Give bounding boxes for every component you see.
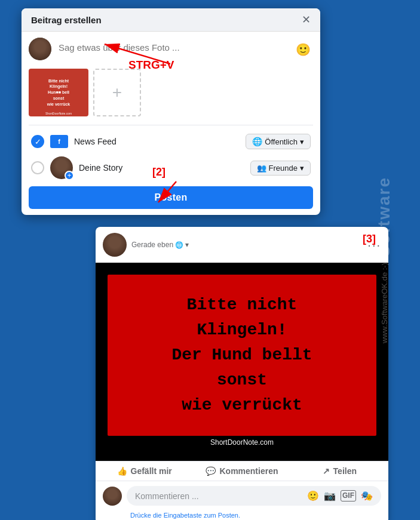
post-image-line2: Klingeln!: [119, 318, 364, 343]
post-actions: 👍 Gefällt mir 💬 Kommentieren ↗ Teilen: [96, 461, 388, 481]
user-avatar: [29, 38, 51, 60]
story-radio[interactable]: [31, 161, 44, 174]
news-feed-checkbox[interactable]: [31, 135, 44, 148]
comment-hint: Drücke die Eingabetaste zum Posten.: [96, 510, 388, 520]
post-header-left: Gerade eben 🌐 ▾: [103, 233, 189, 257]
post-text-input[interactable]: [56, 38, 313, 57]
post-image-content: Bitte nicht Klingeln! Der Hund bellt son…: [108, 275, 376, 436]
like-icon: 👍: [117, 466, 127, 476]
freunde-dropdown[interactable]: 👥 Freunde ▾: [250, 161, 311, 176]
comment-input-wrap[interactable]: Kommentieren ... 🙂 📷 GIF 🎭: [127, 486, 381, 506]
camera-comment-icon[interactable]: 📷: [324, 490, 336, 501]
post-header: Gerade eben 🌐 ▾ ···: [96, 227, 388, 263]
news-feed-row: f News Feed 🌐 Öffentlich ▾: [29, 130, 313, 153]
create-post-dialog: Beitrag erstellen ✕ 🙂 Bitte nichtKlingel…: [22, 8, 320, 215]
share-icon: ↗: [323, 466, 330, 476]
post-image-line1: Bitte nicht: [119, 293, 364, 318]
gif-comment-icon[interactable]: GIF: [341, 490, 356, 501]
add-more-button[interactable]: +: [93, 69, 141, 116]
globe-icon: 🌐: [252, 137, 262, 146]
emoji-comment-icon[interactable]: 🙂: [307, 490, 319, 501]
share-destinations: f News Feed 🌐 Öffentlich ▾ +: [29, 125, 313, 183]
image-preview-thumbnail: Bitte nichtKlingeln!Hun■■ bellsonstwie v…: [29, 69, 88, 116]
dropdown-icon[interactable]: ▾: [185, 241, 189, 249]
post-more-button[interactable]: ···: [367, 239, 381, 251]
post-image-line5: wie verrückt: [119, 393, 364, 418]
post-image-line4: sonst: [119, 368, 364, 393]
close-button[interactable]: ✕: [302, 14, 311, 25]
story-plus-icon: +: [65, 171, 74, 180]
sticker-comment-icon[interactable]: 🎭: [361, 490, 373, 501]
post-image-inner: Bitte nicht Klingeln! Der Hund bellt son…: [108, 275, 376, 449]
comment-avatar: [103, 487, 122, 506]
news-feed-left: f News Feed: [31, 135, 117, 148]
post-avatar: [103, 233, 127, 257]
post-image-line3: Der Hund bellt: [119, 343, 364, 368]
comment-icons: 🙂 📷 GIF 🎭: [307, 490, 373, 501]
dialog-body: 🙂 Bitte nichtKlingeln!Hun■■ bellsonstwie…: [22, 32, 320, 215]
image-preview-area: Bitte nichtKlingeln!Hun■■ bellsonstwie v…: [29, 66, 313, 119]
post-time: Gerade eben 🌐 ▾: [131, 241, 189, 249]
comment-button[interactable]: 💬 Kommentieren: [193, 461, 290, 481]
globe-icon: 🌐: [175, 241, 183, 249]
news-feed-label: News Feed: [74, 137, 117, 146]
preview-text: Bitte nichtKlingeln!Hun■■ bellsonstwie v…: [47, 78, 70, 107]
dialog-title: Beitrag erstellen: [31, 15, 102, 25]
posten-button[interactable]: Posten: [29, 186, 313, 209]
news-feed-icon: f: [50, 135, 68, 148]
comment-icon: 💬: [206, 466, 216, 476]
comment-placeholder: Kommentieren ...: [135, 491, 199, 501]
post-input-area: 🙂: [29, 38, 313, 60]
dialog-header: Beitrag erstellen ✕: [22, 8, 320, 32]
story-left: + Deine Story: [31, 156, 122, 179]
friends-icon: 👥: [257, 164, 266, 173]
post-image-site: ShortDoorNote.com: [108, 436, 376, 449]
post-meta: Gerade eben 🌐 ▾: [131, 241, 189, 249]
deine-story-row: + Deine Story 👥 Freunde ▾: [29, 153, 313, 183]
deine-story-label: Deine Story: [79, 163, 122, 173]
post-card: Gerade eben 🌐 ▾ ··· Bitte nicht Klingeln…: [96, 227, 388, 520]
share-button[interactable]: ↗ Teilen: [291, 461, 388, 481]
emoji-icon[interactable]: 🙂: [296, 42, 311, 57]
story-avatar-wrap: +: [50, 156, 73, 179]
like-button[interactable]: 👍 Gefällt mir: [96, 461, 193, 481]
comment-area: Kommentieren ... 🙂 📷 GIF 🎭: [96, 481, 388, 510]
offentlich-dropdown[interactable]: 🌐 Öffentlich ▾: [246, 134, 311, 149]
post-image-container: Bitte nicht Klingeln! Der Hund bellt son…: [96, 263, 388, 461]
preview-site: ShortDoorNote.com: [45, 112, 72, 115]
